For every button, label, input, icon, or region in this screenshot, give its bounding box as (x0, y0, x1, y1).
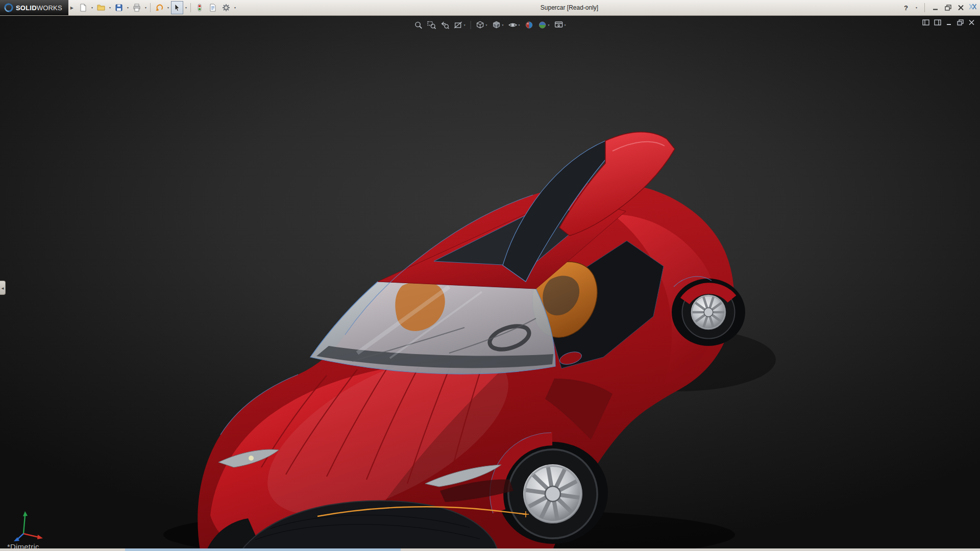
toolbar-separator (471, 21, 471, 29)
options-button[interactable] (220, 1, 232, 14)
hide-show-items-button[interactable]: ▼ (507, 19, 522, 31)
display-pane-button[interactable] (934, 19, 941, 26)
car-model[interactable] (0, 15, 980, 551)
triad-y-arrow (23, 511, 28, 516)
hide-show-dropdown[interactable]: ▼ (518, 23, 521, 27)
edit-appearance-button[interactable] (523, 19, 535, 31)
file-properties-button[interactable] (207, 1, 219, 14)
apply-scene-globe-icon (537, 20, 547, 30)
file-properties-icon (209, 4, 217, 12)
rebuild-button[interactable] (193, 1, 206, 14)
options-dropdown[interactable]: ▼ (233, 6, 237, 9)
new-document-dropdown[interactable]: ▼ (90, 6, 94, 9)
headsup-view-toolbar: ▼ ▼ ▼ ▼ (412, 19, 568, 31)
select-button[interactable] (171, 1, 183, 14)
restore-icon (945, 5, 951, 11)
print-dropdown[interactable]: ▼ (143, 6, 148, 9)
ds-logo-icon (969, 3, 977, 12)
reference-triad[interactable] (13, 509, 46, 542)
minimize-icon (932, 5, 939, 11)
panel-left-icon (922, 19, 929, 26)
minimize-document-icon (946, 19, 952, 26)
display-style-dropdown[interactable]: ▼ (502, 23, 504, 27)
view-orientation-cube-icon (476, 20, 485, 30)
previous-view-button[interactable] (439, 19, 451, 31)
close-icon (958, 5, 964, 11)
window-controls: ? ▼ (901, 3, 980, 13)
open-folder-icon (97, 4, 105, 12)
undo-icon (155, 4, 163, 12)
edit-appearance-ball-icon (524, 20, 533, 30)
zoom-to-fit-button[interactable] (412, 19, 425, 31)
zoom-to-area-button[interactable] (426, 19, 438, 31)
close-document-icon (968, 19, 975, 26)
toolbar-separator (924, 3, 925, 12)
rebuild-trafficlight-icon (195, 4, 204, 12)
titlebar: SOLIDWORKS ▶ ▼ ▼ ▼ (0, 0, 980, 16)
restore-document-icon (957, 19, 964, 26)
triad-x-arrow (37, 535, 43, 539)
previous-view-icon (440, 20, 450, 30)
bottom-scrollbar[interactable] (0, 548, 980, 551)
toolbar-separator (190, 3, 191, 12)
save-button[interactable] (113, 1, 125, 14)
view-orientation-button[interactable]: ▼ (474, 19, 489, 31)
apply-scene-dropdown[interactable]: ▼ (547, 23, 550, 27)
save-icon (115, 4, 123, 12)
help-icon: ? (904, 4, 908, 12)
open-button[interactable] (95, 1, 107, 14)
zoom-to-fit-icon (414, 20, 423, 30)
select-cursor-icon (173, 4, 181, 12)
view-settings-dropdown[interactable]: ▼ (564, 23, 566, 27)
zoom-to-area-icon (427, 20, 436, 30)
new-document-icon (79, 4, 87, 12)
close-button[interactable] (956, 3, 965, 13)
windshield[interactable] (310, 281, 555, 374)
hide-show-eye-icon (508, 20, 518, 30)
section-view-icon (454, 20, 463, 30)
ds-swirl-icon (4, 3, 13, 12)
view-settings-button[interactable]: ▼ (552, 19, 568, 31)
restore-document-button[interactable] (957, 19, 964, 26)
new-document-button[interactable] (77, 1, 89, 14)
scrollbar-thumb[interactable] (125, 548, 401, 551)
view-orientation-dropdown[interactable]: ▼ (485, 23, 488, 27)
undo-button[interactable] (153, 1, 165, 14)
brand-light: WORKS (37, 4, 62, 12)
menu-expand-arrow[interactable]: ▶ (70, 6, 74, 10)
standard-toolbar: ▼ ▼ ▼ ▼ (77, 1, 237, 14)
document-title: Supercar [Read-only] (237, 4, 901, 11)
open-dropdown[interactable]: ▼ (108, 6, 112, 9)
select-dropdown[interactable]: ▼ (184, 6, 188, 9)
section-view-button[interactable]: ▼ (452, 19, 468, 31)
apply-scene-button[interactable]: ▼ (536, 19, 551, 31)
minimize-button[interactable] (930, 3, 940, 13)
help-button[interactable]: ? (901, 3, 911, 13)
featuremanager-splitter-tab[interactable]: ◀ (0, 281, 6, 295)
display-style-icon (492, 20, 501, 30)
save-dropdown[interactable]: ▼ (126, 6, 130, 9)
close-document-button[interactable] (968, 19, 975, 26)
brand-bold: SOLID (16, 4, 37, 12)
display-style-button[interactable]: ▼ (491, 19, 506, 31)
print-icon (133, 4, 141, 12)
solidworks-logo: SOLIDWORKS (0, 0, 68, 15)
undo-dropdown[interactable]: ▼ (166, 6, 170, 9)
expand-featuremanager-button[interactable] (922, 19, 929, 26)
help-dropdown[interactable]: ▼ (914, 6, 919, 9)
print-button[interactable] (131, 1, 143, 14)
panel-right-icon (934, 19, 941, 26)
headlight-bulb (249, 456, 254, 461)
toolbar-separator (150, 3, 151, 12)
view-settings-icon (554, 20, 563, 30)
options-gear-icon (222, 4, 230, 12)
restore-button[interactable] (943, 3, 952, 13)
section-view-dropdown[interactable]: ▼ (463, 23, 466, 27)
splitter-collapse-icon: ◀ (2, 286, 4, 290)
graphics-viewport[interactable]: ▼ ▼ ▼ ▼ (0, 15, 980, 551)
minimize-document-button[interactable] (946, 19, 952, 26)
document-window-controls (922, 19, 975, 26)
